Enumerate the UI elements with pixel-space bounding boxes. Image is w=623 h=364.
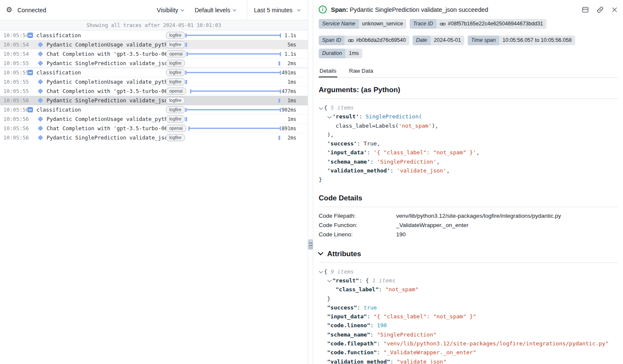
badge-value: #b0b6da2d76c69540: [345, 36, 409, 45]
trace-row[interactable]: 10:05:54Pydantic CompletionUsage validat…: [0, 40, 308, 49]
duration-bar: [278, 136, 280, 140]
code-detail-label: Code Lineno:: [319, 230, 396, 239]
collapse-toggle-icon[interactable]: [28, 107, 33, 112]
trace-row[interactable]: 10:05:56Pydantic SinglePrediction valida…: [0, 133, 308, 142]
trace-row[interactable]: 10:05:55Pydantic CompletionUsage validat…: [0, 77, 308, 86]
visibility-label: Visibility: [157, 7, 178, 14]
trace-span-name: Pydantic CompletionUsage validate_python: [47, 116, 166, 122]
trace-row[interactable]: 10:05:55Pydantic SinglePrediction valida…: [0, 58, 308, 68]
collapse-chevron-icon[interactable]: [319, 269, 323, 273]
tab-details[interactable]: Details: [319, 66, 337, 77]
divider: [319, 207, 618, 207]
code-token: "success": [327, 304, 357, 311]
info-level-icon: i: [319, 5, 327, 14]
trace-tag-cell: openai: [166, 125, 185, 132]
traces-status-bar: Showing all traces after 2024-05-01 10:0…: [0, 20, 308, 30]
code-line: "validation_method": "validate_json": [319, 357, 618, 364]
trace-span-name: classification: [36, 69, 166, 76]
arguments-code-block: { 5 items'result': SinglePrediction(clas…: [319, 103, 618, 184]
trace-duration: 1.1s: [281, 33, 308, 38]
trace-timeline: [185, 40, 281, 49]
drag-handle-icon[interactable]: [308, 239, 314, 250]
collapse-toggle-icon[interactable]: [28, 33, 33, 38]
trace-row[interactable]: 10:05:54Chat Completion with 'gpt-3.5-tu…: [0, 49, 308, 58]
scope-tag: logfire: [166, 78, 185, 85]
link-icon[interactable]: [348, 38, 354, 44]
code-line: "code.lineno": 190: [319, 321, 618, 330]
code-line: 'input_data': '{ "class_label": "not_spa…: [319, 148, 618, 157]
code-token: :: [379, 286, 386, 293]
trace-span-name: Pydantic CompletionUsage validate_python: [47, 79, 166, 85]
trace-duration: 902ms: [281, 107, 308, 113]
code-line: 'validation_method': 'validate_json',: [319, 166, 618, 175]
trace-timeline: [185, 115, 281, 124]
trace-timestamp: 10:05:55: [0, 88, 25, 94]
collapse-chevron-icon[interactable]: [328, 278, 331, 282]
default-levels-dropdown[interactable]: Default levels: [195, 7, 236, 14]
trace-row[interactable]: 10:05:56Chat Completion with 'gpt-3.5-tu…: [0, 123, 308, 133]
badge-duration: Duration1ms: [319, 49, 362, 58]
scope-tag: logfire: [166, 97, 185, 104]
code-line: class_label=Labels('not_spam'),: [319, 121, 618, 130]
trace-span-name: Chat Completion with 'gpt-3.5-turbo-061: [47, 88, 166, 94]
code-token: :: [370, 331, 377, 338]
duration-bar: [185, 108, 281, 112]
time-range-select[interactable]: Last 5 minutes: [247, 0, 308, 20]
code-detail-row: Code Lineno:190: [319, 230, 618, 239]
trace-timeline: [185, 49, 281, 59]
badge-value-text: 10:05:56.057 to 10:05:56.058: [502, 36, 571, 44]
collapse-toggle-icon[interactable]: [28, 70, 33, 75]
copy-link-icon[interactable]: [596, 6, 604, 14]
trace-row[interactable]: 10:05:56Pydantic SinglePrediction valida…: [0, 96, 308, 105]
trace-span-cell: Pydantic SinglePrediction validate_json: [25, 60, 166, 66]
code-line: { 9 items: [319, 267, 618, 276]
collapse-chevron-icon[interactable]: [319, 105, 323, 109]
link-icon[interactable]: [440, 21, 446, 27]
code-detail-row: Code Function:_ValidateWrapper._on_enter: [319, 221, 618, 230]
duration-bar: [278, 99, 280, 103]
span-details-panel: i Span: Pydantic SinglePrediction valida…: [313, 0, 623, 364]
code-line: "result": { 1 items: [319, 276, 618, 285]
span-diamond-icon: [38, 88, 43, 94]
badge-value-text: 1ms: [349, 49, 359, 57]
scope-tag: logfire: [166, 134, 185, 141]
code-line: 'result': SinglePrediction(: [319, 112, 618, 121]
duration-bar: [185, 33, 281, 38]
scope-tag: logfire: [166, 41, 185, 48]
attributes-collapse-icon[interactable]: [318, 250, 323, 255]
panel-resizer[interactable]: [308, 0, 313, 364]
span-diamond-icon: [38, 60, 43, 66]
trace-timestamp: 10:05:56: [0, 97, 25, 104]
code-token: "SinglePrediction": [377, 331, 436, 338]
code-line: 'success': True,: [319, 139, 618, 148]
trace-span-name: Chat Completion with 'gpt-3.5-turbo-061: [47, 125, 166, 131]
trace-row[interactable]: 10:05:55Chat Completion with 'gpt-3.5-tu…: [0, 86, 308, 96]
badge-service-name: Service Nameunknown_service: [319, 19, 406, 29]
trace-row[interactable]: 10:05:56classificationlogfire902ms: [0, 105, 308, 114]
trace-span-name: Pydantic SinglePrediction validate_json: [47, 60, 166, 66]
trace-timeline: [185, 105, 281, 115]
close-icon[interactable]: [611, 6, 618, 13]
code-token: "input_data": [327, 313, 367, 320]
trace-row[interactable]: 10:05:56Pydantic CompletionUsage validat…: [0, 114, 308, 123]
trace-tag-cell: logfire: [166, 106, 185, 113]
code-token: :: [390, 359, 397, 364]
trace-span-cell: Pydantic SinglePrediction validate_json: [25, 134, 166, 141]
settings-button[interactable]: ⚙: [6, 6, 12, 14]
default-levels-label: Default levels: [195, 7, 230, 14]
visibility-dropdown[interactable]: Visibility: [157, 7, 184, 14]
code-token: }: [327, 296, 331, 302]
code-token: "not_spam": [385, 286, 418, 293]
badge-label: Service Name: [319, 19, 359, 29]
code-token: 'input_data': [327, 149, 367, 156]
panel-layout-icon[interactable]: [582, 6, 589, 14]
code-token: "validation_method": [327, 359, 390, 364]
collapse-chevron-icon[interactable]: [328, 114, 331, 118]
attributes-heading: Attributes: [319, 250, 618, 258]
trace-row[interactable]: 10:05:55classificationlogfire491ms: [0, 68, 308, 77]
trace-tag-cell: logfire: [166, 32, 185, 39]
tab-raw-data[interactable]: Raw Data: [348, 66, 374, 77]
trace-row[interactable]: 10:05:54classificationlogfire1.1s: [0, 30, 308, 40]
trace-timestamp: 10:05:54: [0, 51, 25, 57]
divider: [319, 263, 618, 263]
